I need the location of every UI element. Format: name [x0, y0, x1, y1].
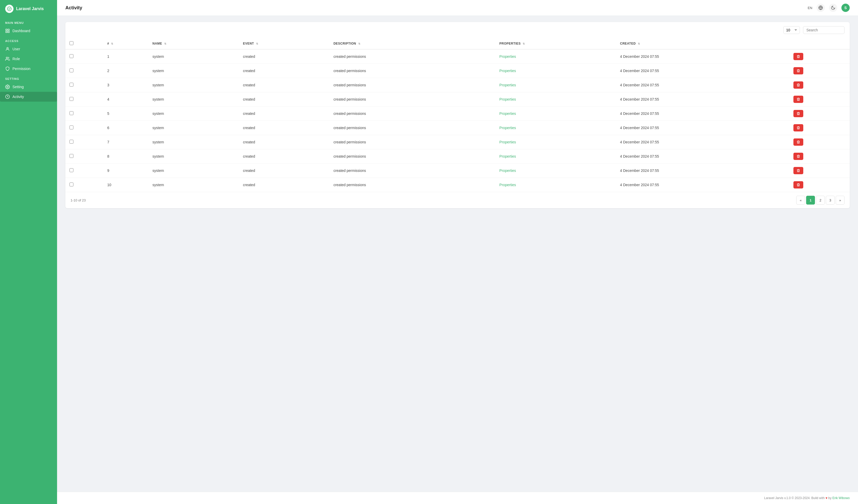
search-input[interactable]: [803, 26, 844, 34]
row-checkbox[interactable]: [69, 168, 74, 172]
access-label: ACCESS: [0, 36, 57, 44]
row-properties: Properties: [495, 78, 616, 92]
row-name: system: [148, 107, 239, 121]
sidebar-item-setting[interactable]: Setting: [0, 82, 57, 92]
properties-link[interactable]: Properties: [499, 112, 516, 116]
th-event[interactable]: EVENT ⇅: [239, 38, 329, 49]
row-checkbox[interactable]: [69, 83, 74, 86]
properties-link[interactable]: Properties: [499, 126, 516, 130]
delete-button[interactable]: [793, 167, 803, 174]
heart-icon: ♥: [826, 496, 827, 500]
globe-icon[interactable]: [816, 4, 825, 12]
sidebar-item-role[interactable]: Role: [0, 54, 57, 64]
page-1-button[interactable]: 1: [806, 196, 815, 205]
prev-page-button[interactable]: «: [796, 196, 805, 205]
next-page-button[interactable]: »: [836, 196, 844, 205]
delete-button[interactable]: [793, 139, 803, 146]
delete-button[interactable]: [793, 67, 803, 75]
sort-icon: ⇅: [256, 42, 258, 45]
sidebar-item-activity[interactable]: Activity: [0, 92, 57, 102]
main-menu-label: MAIN MENU: [0, 18, 57, 26]
setting-icon: [5, 84, 10, 89]
row-num: 9: [103, 164, 148, 178]
row-checkbox[interactable]: [69, 68, 74, 72]
page-3-button[interactable]: 3: [826, 196, 835, 205]
row-name: system: [148, 78, 239, 92]
properties-link[interactable]: Properties: [499, 97, 516, 101]
properties-link[interactable]: Properties: [499, 154, 516, 158]
th-properties[interactable]: PROPERTIES ⇅: [495, 38, 616, 49]
trash-icon: [796, 140, 800, 144]
row-checkbox[interactable]: [69, 111, 74, 115]
sidebar-item-dashboard[interactable]: Dashboard: [0, 26, 57, 36]
sidebar-logo[interactable]: Laravel Jarvis: [0, 0, 57, 18]
footer-author[interactable]: Erik Wibowo: [832, 496, 850, 500]
row-event: created: [239, 121, 329, 135]
row-checkbox[interactable]: [69, 54, 74, 58]
row-description: created permissions: [329, 121, 495, 135]
trash-icon: [796, 112, 800, 115]
row-name: system: [148, 135, 239, 149]
row-created: 4 December 2024 07:55: [616, 92, 790, 107]
sidebar-item-label: Setting: [13, 85, 24, 89]
delete-button[interactable]: [793, 53, 803, 60]
th-num[interactable]: # ⇅: [103, 38, 148, 49]
row-checkbox[interactable]: [69, 140, 74, 144]
sort-icon: ⇅: [164, 42, 166, 45]
th-checkbox[interactable]: [65, 38, 103, 49]
per-page-select[interactable]: 10 25 50 100: [783, 26, 800, 34]
properties-link[interactable]: Properties: [499, 83, 516, 87]
row-event: created: [239, 107, 329, 121]
properties-link[interactable]: Properties: [499, 54, 516, 59]
properties-link[interactable]: Properties: [499, 69, 516, 73]
properties-link[interactable]: Properties: [499, 183, 516, 187]
th-description[interactable]: DESCRIPTION ⇅: [329, 38, 495, 49]
row-action: [789, 49, 850, 64]
sidebar: Laravel Jarvis MAIN MENU Dashboard ACCES…: [0, 0, 57, 504]
properties-link[interactable]: Properties: [499, 168, 516, 173]
row-checkbox[interactable]: [69, 154, 74, 158]
th-name[interactable]: NAME ⇅: [148, 38, 239, 49]
th-created[interactable]: CREATED ⇅: [616, 38, 790, 49]
row-event: created: [239, 92, 329, 107]
row-num: 3: [103, 78, 148, 92]
sidebar-item-user[interactable]: User: [0, 44, 57, 54]
dark-mode-icon[interactable]: [829, 4, 837, 12]
row-num: 7: [103, 135, 148, 149]
row-num: 1: [103, 49, 148, 64]
delete-button[interactable]: [793, 181, 803, 189]
row-name: system: [148, 164, 239, 178]
row-properties: Properties: [495, 49, 616, 64]
row-checkbox-cell: [65, 49, 103, 64]
avatar[interactable]: S: [841, 4, 850, 12]
row-properties: Properties: [495, 121, 616, 135]
row-properties: Properties: [495, 149, 616, 164]
row-description: created permissions: [329, 49, 495, 64]
page-2-button[interactable]: 2: [816, 196, 825, 205]
row-action: [789, 164, 850, 178]
delete-button[interactable]: [793, 81, 803, 89]
row-checkbox[interactable]: [69, 97, 74, 101]
delete-button[interactable]: [793, 124, 803, 131]
delete-button[interactable]: [793, 153, 803, 160]
trash-icon: [796, 97, 800, 101]
trash-icon: [796, 83, 800, 87]
sidebar-item-permission[interactable]: Permission: [0, 64, 57, 74]
row-checkbox-cell: [65, 121, 103, 135]
row-name: system: [148, 49, 239, 64]
delete-button[interactable]: [793, 110, 803, 117]
table-row: 5 system created created permissions Pro…: [65, 107, 850, 121]
table-row: 1 system created created permissions Pro…: [65, 49, 850, 64]
row-created: 4 December 2024 07:55: [616, 78, 790, 92]
properties-link[interactable]: Properties: [499, 140, 516, 144]
page-title: Activity: [65, 5, 82, 11]
row-checkbox[interactable]: [69, 126, 74, 129]
select-all-checkbox[interactable]: [69, 41, 74, 45]
delete-button[interactable]: [793, 96, 803, 103]
language-selector[interactable]: EN: [808, 6, 812, 10]
row-event: created: [239, 64, 329, 78]
table-row: 8 system created created permissions Pro…: [65, 149, 850, 164]
row-checkbox[interactable]: [69, 182, 74, 186]
sidebar-item-label: Dashboard: [13, 29, 30, 33]
row-num: 6: [103, 121, 148, 135]
